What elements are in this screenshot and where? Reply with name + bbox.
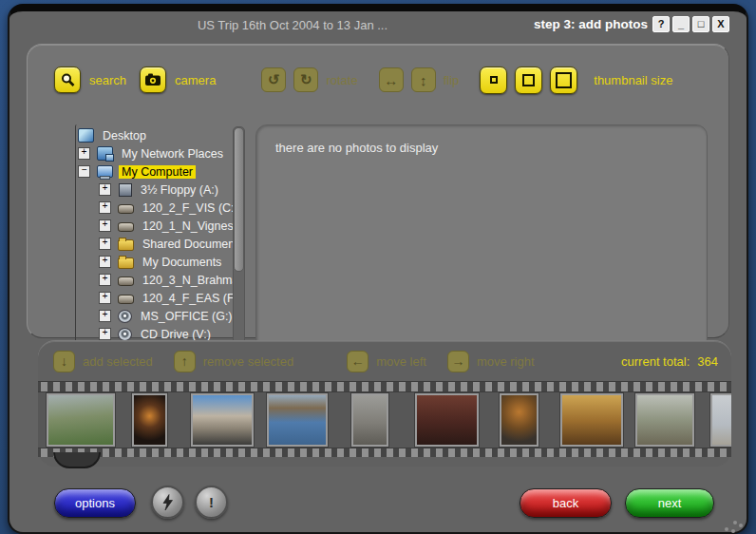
window-title: US Trip 16th Oct 2004 to 13 Jan ... — [9, 18, 576, 32]
step-label: step 3: add photos — [534, 17, 648, 31]
flip-horizontal-button[interactable]: ↔ — [379, 67, 404, 92]
thumbnail-size-small-button[interactable] — [480, 67, 507, 94]
tree-item-label: 3½ Floppy (A:) — [138, 183, 221, 197]
expand-icon[interactable]: + — [99, 256, 111, 268]
warning-button[interactable]: ! — [195, 486, 228, 519]
current-total-value: 364 — [697, 354, 718, 369]
maximize-button[interactable]: □ — [692, 16, 709, 32]
flip-vertical-button[interactable]: ↕ — [411, 67, 436, 92]
expand-icon[interactable]: + — [99, 183, 111, 196]
remove-selected-label: remove selected — [203, 354, 293, 369]
expand-icon[interactable]: + — [99, 219, 111, 232]
expand-icon[interactable]: + — [78, 147, 90, 160]
photo-thumbnail[interactable] — [351, 393, 388, 447]
current-total: current total:364 — [621, 354, 718, 369]
tree-item-label: My Documents — [140, 256, 224, 269]
photo-thumbnail[interactable] — [47, 393, 115, 447]
resize-grip-icon[interactable] — [733, 521, 737, 524]
toolbar: search camera ↺ ↻ rotate ↔ — [54, 66, 709, 94]
photo-thumbnail[interactable] — [191, 393, 254, 447]
tree-item[interactable]: +MS_OFFICE (G:) — [78, 307, 233, 325]
tree-item-label: 120_2_F_VIS (C:) — [140, 201, 233, 215]
thumbnail-row — [38, 392, 731, 448]
next-label: next — [658, 496, 682, 510]
tree-item[interactable]: +120_4_F_EAS (F:) — [78, 289, 233, 307]
desktop-background: US Trip 16th Oct 2004 to 13 Jan ... step… — [0, 0, 756, 534]
tree-item[interactable]: +My Network Places — [78, 144, 233, 162]
tree-item-label: Shared Document — [140, 238, 233, 251]
photo-thumbnail[interactable] — [500, 393, 539, 447]
tree-item[interactable]: +My Documents — [78, 253, 233, 271]
next-button[interactable]: next — [625, 488, 714, 518]
app-window: US Trip 16th Oct 2004 to 13 Jan ... step… — [8, 4, 748, 534]
photo-display-panel[interactable]: there are no photos to display — [255, 124, 708, 362]
tree-item[interactable]: +120_1_N_Vignesw — [78, 217, 233, 235]
folder-tree-panel: Desktop+My Network Places−My Computer+3½… — [75, 124, 245, 360]
search-button[interactable] — [54, 67, 81, 93]
right-arrow-icon: → — [451, 353, 464, 369]
photo-thumbnail[interactable] — [415, 393, 479, 447]
photo-thumbnail[interactable] — [132, 393, 167, 447]
photo-thumbnail[interactable] — [710, 393, 731, 447]
thumbnail-size-large-button[interactable] — [550, 67, 577, 94]
network-icon — [97, 146, 113, 161]
floppy-icon — [119, 183, 132, 197]
collapse-icon[interactable]: − — [78, 165, 90, 178]
tree-item[interactable]: +Shared Document — [78, 235, 233, 253]
film-perforations-bottom — [38, 448, 731, 457]
photo-thumbnail[interactable] — [267, 393, 328, 447]
large-square-icon — [556, 72, 572, 88]
expand-icon[interactable]: + — [99, 238, 111, 250]
photo-thumbnail[interactable] — [635, 393, 694, 447]
tree-item[interactable]: Desktop — [78, 126, 233, 144]
tree-scrollbar-thumb[interactable] — [234, 127, 244, 272]
minimize-button[interactable]: _ — [672, 16, 690, 32]
tree-item-label: CD Drive (V:) — [138, 328, 214, 341]
expand-icon[interactable]: + — [99, 201, 111, 214]
expand-icon[interactable]: + — [99, 292, 111, 304]
drive-icon — [118, 222, 134, 232]
rotate-label: rotate — [326, 73, 357, 87]
computer-icon — [97, 165, 113, 178]
filmstrip — [38, 381, 731, 457]
empty-message: there are no photos to display — [275, 141, 438, 155]
cd-icon — [118, 328, 132, 341]
expand-icon[interactable]: + — [99, 274, 111, 286]
add-selected-button[interactable]: ↓ — [53, 351, 75, 372]
expand-icon[interactable]: + — [99, 328, 111, 340]
remove-selected-button[interactable]: ↑ — [174, 351, 196, 372]
back-button[interactable]: back — [520, 488, 612, 518]
film-perforations-top — [38, 381, 731, 392]
tree-item-label: My Computer — [119, 165, 196, 179]
close-button[interactable]: X — [712, 16, 729, 32]
expand-icon[interactable]: + — [99, 310, 111, 322]
small-square-icon — [490, 76, 498, 84]
tree-item[interactable]: +120_2_F_VIS (C:) — [78, 199, 233, 217]
drive-icon — [118, 295, 134, 304]
title-bar[interactable]: US Trip 16th Oct 2004 to 13 Jan ... step… — [9, 11, 747, 40]
tree-item-label: My Network Places — [119, 147, 226, 161]
move-left-button[interactable]: ← — [347, 351, 369, 372]
move-right-button[interactable]: → — [447, 351, 469, 372]
tree-scrollbar[interactable] — [233, 126, 245, 356]
tree-item[interactable]: −My Computer — [78, 162, 233, 181]
tree-item-label: Desktop — [100, 129, 149, 143]
help-button[interactable]: ? — [652, 16, 670, 32]
camera-button[interactable] — [140, 67, 166, 93]
rotate-cw-button[interactable]: ↻ — [293, 67, 318, 92]
camera-label: camera — [175, 73, 216, 87]
options-button[interactable]: options — [54, 488, 136, 518]
filmstrip-handle[interactable] — [53, 452, 101, 468]
desktop-icon — [78, 128, 94, 143]
move-left-label: move left — [376, 354, 426, 369]
tree-item[interactable]: +120_3_N_Brahma — [78, 271, 233, 289]
options-label: options — [75, 496, 115, 510]
tree-item[interactable]: +3½ Floppy (A:) — [78, 181, 233, 199]
effects-button[interactable] — [151, 486, 184, 519]
photo-thumbnail[interactable] — [560, 393, 623, 447]
thumbnail-size-medium-button[interactable] — [515, 67, 542, 94]
thumbnail-size-label: thumbnail size — [594, 73, 672, 87]
main-panel: search camera ↺ ↻ rotate ↔ — [27, 44, 729, 338]
flip-vertical-icon: ↕ — [420, 72, 427, 88]
rotate-ccw-button[interactable]: ↺ — [261, 67, 286, 92]
